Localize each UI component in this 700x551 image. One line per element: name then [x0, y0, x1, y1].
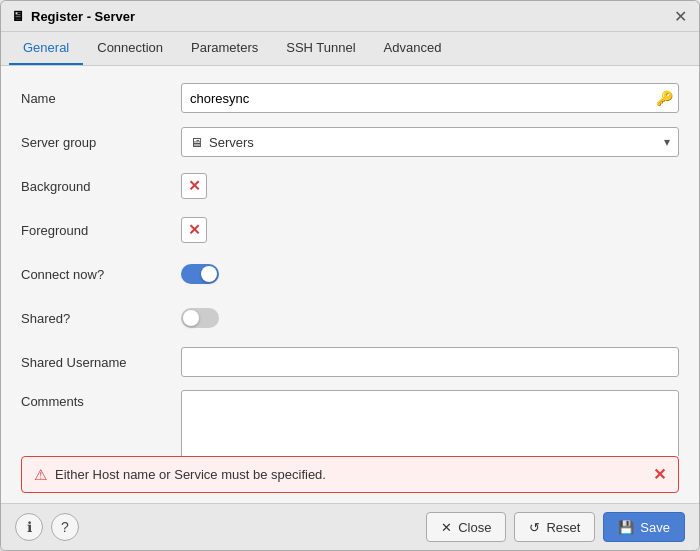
- background-control: ✕: [181, 173, 679, 199]
- help-icon: ?: [61, 519, 69, 535]
- save-button[interactable]: 💾 Save: [603, 512, 685, 542]
- shared-row: Shared?: [21, 302, 679, 334]
- tab-ssh-tunnel[interactable]: SSH Tunnel: [272, 32, 369, 65]
- titlebar-left: 🖥 Register - Server: [11, 8, 135, 24]
- footer-right: ✕ Close ↺ Reset 💾 Save: [426, 512, 685, 542]
- footer-left: ℹ ?: [15, 513, 79, 541]
- shared-label: Shared?: [21, 311, 181, 326]
- background-row: Background ✕: [21, 170, 679, 202]
- comments-row: Comments: [21, 390, 679, 456]
- toggle-knob: [201, 266, 217, 282]
- error-close-button[interactable]: ✕: [653, 465, 666, 484]
- shared-toggle[interactable]: [181, 308, 219, 328]
- background-label: Background: [21, 179, 181, 194]
- server-icon: 🖥: [11, 8, 25, 24]
- server-group-value-container: 🖥 Servers: [190, 135, 254, 150]
- server-group-control: 🖥 Servers ▾: [181, 127, 679, 157]
- tab-connection[interactable]: Connection: [83, 32, 177, 65]
- name-input-wrapper: 🔑: [181, 83, 679, 113]
- server-group-dropdown[interactable]: 🖥 Servers ▾: [181, 127, 679, 157]
- error-icon: ⚠: [34, 466, 47, 484]
- server-group-value: Servers: [209, 135, 254, 150]
- comments-control: [181, 390, 679, 456]
- server-group-row: Server group 🖥 Servers ▾: [21, 126, 679, 158]
- dialog-title: Register - Server: [31, 9, 135, 24]
- comments-label: Comments: [21, 390, 181, 409]
- titlebar: 🖥 Register - Server ✕: [1, 1, 699, 32]
- dialog: 🖥 Register - Server ✕ General Connection…: [0, 0, 700, 551]
- tab-advanced[interactable]: Advanced: [370, 32, 456, 65]
- tab-parameters[interactable]: Parameters: [177, 32, 272, 65]
- shared-username-input[interactable]: [181, 347, 679, 377]
- close-button[interactable]: ✕ Close: [426, 512, 506, 542]
- footer: ℹ ? ✕ Close ↺ Reset 💾 Save: [1, 503, 699, 550]
- shared-control: [181, 308, 679, 328]
- tabs-bar: General Connection Parameters SSH Tunnel…: [1, 32, 699, 66]
- connect-now-row: Connect now?: [21, 258, 679, 290]
- error-bar: ⚠ Either Host name or Service must be sp…: [21, 456, 679, 493]
- shared-username-label: Shared Username: [21, 355, 181, 370]
- background-color-button[interactable]: ✕: [181, 173, 207, 199]
- shared-username-row: Shared Username: [21, 346, 679, 378]
- reset-icon: ↺: [529, 520, 540, 535]
- form-content: Name 🔑 Server group 🖥 Servers ▾: [1, 66, 699, 456]
- name-control: 🔑: [181, 83, 679, 113]
- info-icon: ℹ: [27, 519, 32, 535]
- foreground-color-button[interactable]: ✕: [181, 217, 207, 243]
- chevron-down-icon: ▾: [664, 135, 670, 149]
- key-icon: 🔑: [656, 90, 673, 106]
- error-message: Either Host name or Service must be spec…: [55, 467, 326, 482]
- reset-button[interactable]: ↺ Reset: [514, 512, 595, 542]
- foreground-label: Foreground: [21, 223, 181, 238]
- name-input[interactable]: [181, 83, 679, 113]
- close-icon: ✕: [441, 520, 452, 535]
- connect-now-control: [181, 264, 679, 284]
- foreground-control: ✕: [181, 217, 679, 243]
- shared-username-control: [181, 347, 679, 377]
- info-button[interactable]: ℹ: [15, 513, 43, 541]
- connect-now-label: Connect now?: [21, 267, 181, 282]
- save-label: Save: [640, 520, 670, 535]
- servers-icon: 🖥: [190, 135, 203, 150]
- name-row: Name 🔑: [21, 82, 679, 114]
- tab-general[interactable]: General: [9, 32, 83, 65]
- name-label: Name: [21, 91, 181, 106]
- foreground-row: Foreground ✕: [21, 214, 679, 246]
- reset-label: Reset: [546, 520, 580, 535]
- comments-textarea[interactable]: [181, 390, 679, 456]
- dialog-close-button[interactable]: ✕: [671, 7, 689, 25]
- error-content: ⚠ Either Host name or Service must be sp…: [34, 466, 326, 484]
- save-icon: 💾: [618, 520, 634, 535]
- toggle-knob-shared: [183, 310, 199, 326]
- server-group-label: Server group: [21, 135, 181, 150]
- close-label: Close: [458, 520, 491, 535]
- connect-now-toggle[interactable]: [181, 264, 219, 284]
- help-button[interactable]: ?: [51, 513, 79, 541]
